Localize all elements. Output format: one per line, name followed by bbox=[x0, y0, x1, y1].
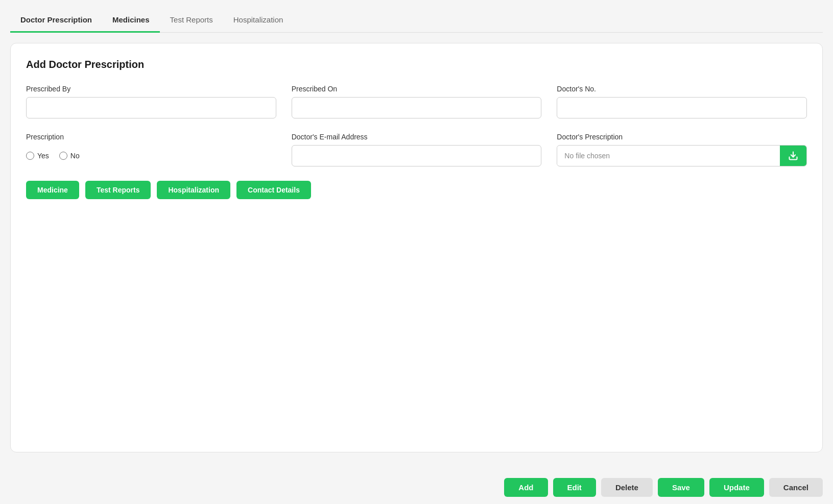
no-file-chosen-text: No file chosen bbox=[557, 147, 780, 165]
tab-hospitalization[interactable]: Hospitalization bbox=[223, 8, 294, 33]
card-title: Add Doctor Prescription bbox=[26, 59, 807, 70]
delete-button[interactable]: Delete bbox=[601, 478, 653, 497]
file-upload-container: No file chosen bbox=[557, 145, 807, 166]
prescribed-by-group: Prescribed By bbox=[26, 85, 276, 118]
doctors-email-input[interactable] bbox=[292, 145, 542, 166]
tab-bar: Doctor Prescription Medicines Test Repor… bbox=[10, 8, 823, 33]
radio-no[interactable] bbox=[59, 152, 67, 160]
save-button[interactable]: Save bbox=[658, 478, 704, 497]
doctors-email-label: Doctor's E-mail Address bbox=[292, 133, 542, 141]
doctors-no-input[interactable] bbox=[557, 97, 807, 118]
prescribed-by-input[interactable] bbox=[26, 97, 276, 118]
file-upload-button[interactable] bbox=[780, 145, 806, 166]
tab-test-reports[interactable]: Test Reports bbox=[160, 8, 223, 33]
radio-yes[interactable] bbox=[26, 152, 34, 160]
radio-group: Yes No bbox=[26, 145, 276, 166]
doctors-no-label: Doctor's No. bbox=[557, 85, 807, 93]
action-buttons: Medicine Test Reports Hospitalization Co… bbox=[26, 181, 807, 199]
prescribed-on-input[interactable] bbox=[292, 97, 542, 118]
prescribed-by-label: Prescribed By bbox=[26, 85, 276, 93]
form-row-1: Prescribed By Prescribed On Doctor's No. bbox=[26, 85, 807, 118]
hospitalization-button[interactable]: Hospitalization bbox=[157, 181, 230, 199]
doctors-no-group: Doctor's No. bbox=[557, 85, 807, 118]
bottom-action-bar: Add Edit Delete Save Update Cancel bbox=[0, 471, 833, 504]
radio-yes-label[interactable]: Yes bbox=[26, 152, 49, 160]
radio-no-label[interactable]: No bbox=[59, 152, 80, 160]
medicine-button[interactable]: Medicine bbox=[26, 181, 79, 199]
test-reports-button[interactable]: Test Reports bbox=[85, 181, 151, 199]
prescription-label: Prescription bbox=[26, 133, 276, 141]
prescribed-on-group: Prescribed On bbox=[292, 85, 542, 118]
main-card: Add Doctor Prescription Prescribed By Pr… bbox=[10, 43, 823, 452]
download-icon bbox=[788, 151, 798, 161]
doctors-email-group: Doctor's E-mail Address bbox=[292, 133, 542, 166]
cancel-button[interactable]: Cancel bbox=[769, 478, 823, 497]
edit-button[interactable]: Edit bbox=[553, 478, 596, 497]
contact-details-button[interactable]: Contact Details bbox=[236, 181, 311, 199]
prescribed-on-label: Prescribed On bbox=[292, 85, 542, 93]
form-row-2: Prescription Yes No Doctor's E-mail Addr… bbox=[26, 133, 807, 166]
tab-medicines[interactable]: Medicines bbox=[102, 8, 160, 33]
doctors-prescription-label: Doctor's Prescription bbox=[557, 133, 807, 141]
update-button[interactable]: Update bbox=[709, 478, 764, 497]
add-button[interactable]: Add bbox=[504, 478, 548, 497]
doctors-prescription-group: Doctor's Prescription No file chosen bbox=[557, 133, 807, 166]
tab-doctor-prescription[interactable]: Doctor Prescription bbox=[10, 8, 102, 33]
prescription-group: Prescription Yes No bbox=[26, 133, 276, 166]
